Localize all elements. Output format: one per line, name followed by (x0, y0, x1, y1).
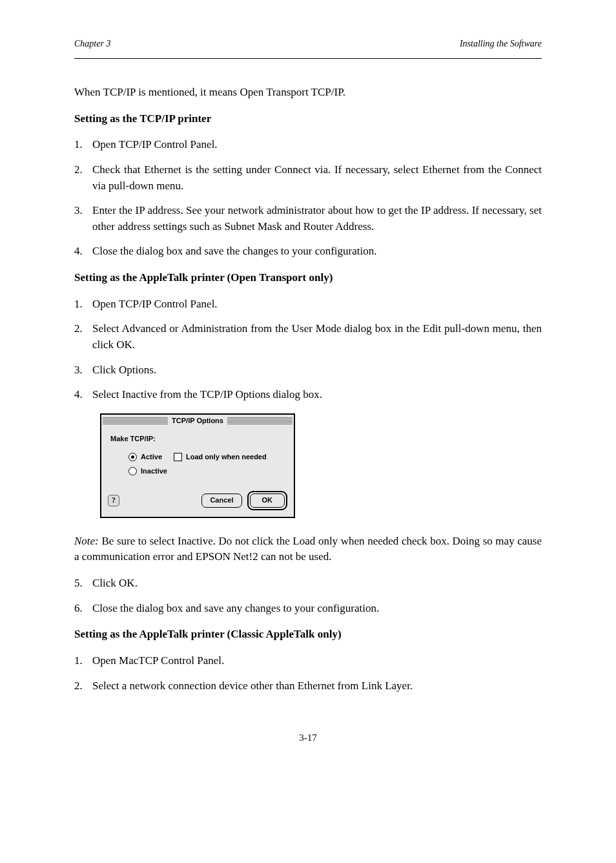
radio-active-label: Active (141, 452, 162, 463)
appletalk-ot-step-1: Open TCP/IP Control Panel. (92, 296, 542, 313)
appletalk-ot-steps-cont: 5.Click OK. 6.Close the dialog box and s… (74, 576, 542, 616)
appletalk-classic-step-2: Select a network connection device other… (92, 678, 542, 694)
tcpip-step-2: Check that Ethernet is the setting under… (92, 162, 542, 194)
header-title: Installing the Software (460, 39, 542, 49)
appletalk-classic-steps: 1.Open MacTCP Control Panel. 2.Select a … (74, 653, 542, 694)
dialog-titlebar: TCP/IP Options (103, 416, 293, 426)
ok-button[interactable]: OK (250, 494, 285, 508)
checkbox-load-only-label: Load only when needed (186, 452, 267, 463)
note-paragraph: Note: Be sure to select Inactive. Do not… (74, 534, 542, 565)
radio-inactive-label: Inactive (141, 466, 167, 477)
tcpip-step-1: Open TCP/IP Control Panel. (92, 137, 542, 153)
dialog-title: TCP/IP Options (168, 416, 227, 426)
appletalk-classic-step-1: Open MacTCP Control Panel. (92, 653, 542, 669)
appletalk-ot-step-5: Click OK. (92, 576, 542, 592)
radio-active[interactable] (128, 453, 137, 461)
appletalk-ot-step-4: Select Inactive from the TCP/IP Options … (92, 387, 542, 403)
titlebar-hatch-left (103, 417, 168, 425)
tcpip-options-dialog: TCP/IP Options Make TCP/IP: Active Load … (100, 413, 295, 518)
appletalk-ot-steps: 1.Open TCP/IP Control Panel. 2.Select Ad… (74, 296, 542, 403)
header-chapter: Chapter 3 (74, 39, 110, 49)
tcpip-step-4: Close the dialog box and save the change… (92, 244, 542, 260)
section-heading-appletalk-ot: Setting as the AppleTalk printer (Open T… (74, 271, 333, 284)
tcpip-step-3: Enter the IP address. See your network a… (92, 203, 542, 234)
radio-inactive[interactable] (128, 467, 137, 475)
cancel-button[interactable]: Cancel (201, 494, 241, 508)
page-header: Chapter 3 Installing the Software (74, 39, 542, 52)
appletalk-ot-step-2: Select Advanced or Administration from t… (92, 321, 542, 353)
intro-paragraph: When TCP/IP is mentioned, it means Open … (74, 85, 542, 101)
section-heading-tcpip: Setting as the TCP/IP printer (74, 112, 211, 125)
titlebar-hatch-right (227, 417, 293, 425)
checkbox-load-only[interactable] (174, 453, 182, 461)
appletalk-ot-step-6: Close the dialog box and save any change… (92, 601, 542, 617)
note-text: Be sure to select Inactive. Do not click… (74, 535, 542, 563)
section-heading-appletalk-classic: Setting as the AppleTalk printer (Classi… (74, 628, 342, 640)
help-icon[interactable]: ? (108, 495, 119, 506)
tcpip-steps: 1.Open TCP/IP Control Panel. 2.Check tha… (74, 137, 542, 260)
ok-button-frame: OK (247, 491, 288, 510)
page-number: 3-17 (74, 733, 542, 743)
make-tcpip-label: Make TCP/IP: (110, 434, 285, 444)
header-rule (74, 58, 542, 59)
appletalk-ot-step-3: Click Options. (92, 362, 542, 379)
note-label: Note: (74, 535, 99, 547)
